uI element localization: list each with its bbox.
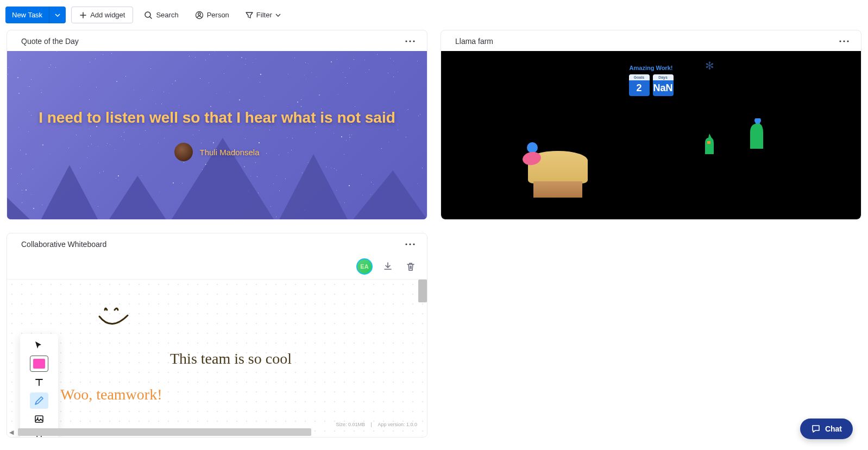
filter-icon [246,11,253,19]
add-widget-label: Add widget [90,11,125,19]
text-tool[interactable] [30,374,48,390]
llama-character [702,132,716,154]
chevron-down-icon [55,12,60,18]
size-label: Size: 0.01MB [336,422,366,427]
pencil-icon [34,395,45,406]
quote-content: I need to listen well so that I hear wha… [7,51,427,219]
svg-point-12 [409,243,411,245]
svg-point-5 [413,40,414,42]
widget-title: Llama farm [455,37,493,46]
pointer-tool[interactable] [30,337,48,353]
llama-body: Amazing Work! Goals 2 Days NaN ✻ [441,51,861,219]
quote-author: Thuli Madonsela [174,143,259,161]
search-icon [144,11,153,20]
delete-button[interactable] [403,259,418,274]
widget-title: Quote of the Day [21,37,79,46]
flamingo-character [523,152,541,165]
llama-widget: Llama farm Amazing Work! Goals 2 Days Na… [441,30,861,220]
card-value: NaN [653,80,674,96]
trash-icon [405,261,416,272]
horizontal-scrollbar[interactable] [18,428,311,436]
llama-card-days: Days NaN [653,74,674,96]
widget-menu-button[interactable] [837,38,851,45]
svg-point-2 [198,12,200,15]
widget-header: Quote of the Day [7,30,427,51]
svg-rect-14 [35,416,43,422]
whiteboard-canvas[interactable]: This team is so cool Woo, teamwork! Size… [7,280,427,437]
quote-widget: Quote of the Day I need to listen well s… [7,30,427,220]
llama-character [748,118,765,149]
filter-button[interactable]: Filter [240,7,286,23]
svg-point-3 [405,40,407,42]
svg-point-10 [754,118,761,124]
author-name: Thuli Madonsela [199,148,259,157]
widget-header: Llama farm [441,30,861,51]
svg-point-4 [409,40,411,42]
author-avatar [174,143,193,161]
new-task-button[interactable]: New Task [5,7,49,23]
svg-point-6 [839,40,841,42]
new-task-dropdown[interactable] [49,7,66,23]
chat-icon [811,424,821,434]
new-task-group: New Task [5,7,66,23]
snowflake-icon: ✻ [705,59,714,72]
whiteboard-footer: Size: 0.01MB | App version: 1.0.0 [332,422,417,427]
svg-rect-9 [707,141,710,144]
widget-menu-button[interactable] [403,38,417,45]
svg-point-8 [847,40,848,42]
toolbar: New Task Add widget Search Person Filter [0,0,868,30]
search-button[interactable]: Search [139,7,184,23]
smile-drawing [97,307,135,334]
dots-icon [405,243,415,245]
plus-icon [79,11,87,19]
scroll-left-arrow[interactable]: ◀ [9,429,14,436]
llama-banner: Amazing Work! Goals 2 Days NaN [629,65,674,96]
filter-label: Filter [256,11,272,19]
user-avatar[interactable]: EA [356,258,373,275]
whiteboard-text[interactable]: Woo, teamwork! [60,386,162,403]
shape-tool[interactable] [30,356,48,372]
whiteboard-tools [20,334,58,437]
person-button[interactable]: Person [190,7,235,23]
person-icon [195,11,204,20]
download-button[interactable] [380,259,395,274]
person-label: Person [207,11,229,19]
quote-text: I need to listen well so that I hear wha… [39,109,395,126]
chevron-down-icon [275,12,281,18]
widget-header: Collaborative Whiteboard [7,233,427,254]
svg-point-13 [413,243,414,245]
whiteboard-text[interactable]: This team is so cool [170,350,292,367]
llama-banner-title: Amazing Work! [629,65,674,71]
widget-menu-button[interactable] [403,241,417,248]
version-label: App version: 1.0.0 [378,422,417,427]
chat-button[interactable]: Chat [800,419,853,439]
svg-point-15 [37,417,39,419]
square-icon [33,359,45,369]
svg-point-11 [405,243,407,245]
widget-title: Collaborative Whiteboard [21,240,106,249]
image-tool[interactable] [30,411,48,427]
pen-tool[interactable] [30,392,48,409]
search-label: Search [156,11,178,19]
dots-icon [839,40,849,42]
add-widget-button[interactable]: Add widget [71,7,133,23]
svg-point-7 [843,40,845,42]
whiteboard-widget: Collaborative Whiteboard EA [7,233,427,438]
text-icon [34,377,45,388]
download-icon [382,261,393,272]
llama-cards: Goals 2 Days NaN [629,74,674,96]
quote-body: I need to listen well so that I hear wha… [7,51,427,219]
pointer-icon [34,340,44,350]
whiteboard-toolbar: EA [7,254,427,280]
dots-icon [405,40,415,42]
image-icon [34,414,45,424]
card-label: Days [653,74,674,80]
card-value: 2 [629,80,650,96]
card-label: Goals [629,74,650,80]
chat-label: Chat [825,424,842,433]
llama-card-goals: Goals 2 [629,74,650,96]
vertical-scrollbar[interactable] [418,280,427,302]
